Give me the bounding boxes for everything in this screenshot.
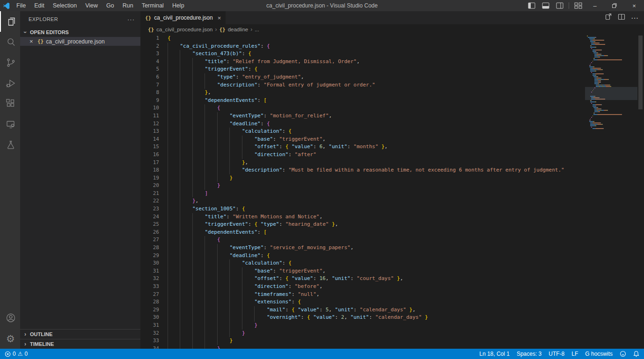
code-line[interactable]: 5"triggerEvent": { (140, 65, 583, 73)
code-line[interactable]: 29"mail": { "value": 5, "unit": "calenda… (140, 306, 583, 314)
code-line[interactable]: 12"deadline": { (140, 120, 583, 128)
search-icon[interactable] (0, 32, 20, 52)
line-number: 16 (140, 151, 159, 159)
code-line[interactable]: 26"dependentEvents": [ (140, 229, 583, 237)
layout-sidebar-right-icon[interactable] (553, 0, 567, 11)
breadcrumb-item[interactable]: ... (255, 27, 259, 32)
code-line[interactable]: 32} (140, 330, 583, 337)
code-line[interactable]: 17}, (140, 159, 583, 167)
bell-icon[interactable] (633, 351, 639, 357)
code-line[interactable]: 33"direction": "before", (140, 283, 583, 291)
scrollbar-thumb[interactable] (638, 36, 643, 109)
account-icon[interactable] (0, 308, 20, 328)
eol-indicator[interactable]: LF (571, 351, 578, 357)
code-line[interactable]: 15"offset": { "value": 6, "unit": "month… (140, 143, 583, 151)
menu-help[interactable]: Help (168, 0, 189, 11)
menu-edit[interactable]: Edit (30, 0, 49, 11)
feedback-icon[interactable] (620, 351, 626, 357)
run-debug-icon[interactable] (0, 73, 20, 93)
open-changes-icon[interactable] (605, 13, 612, 22)
menu-file[interactable]: File (12, 0, 30, 11)
indentation-indicator[interactable]: Spaces: 3 (517, 351, 542, 357)
explorer-icon[interactable] (0, 11, 20, 32)
minimize-button[interactable]: – (585, 0, 605, 11)
code-line[interactable]: 13"calculation": { (140, 128, 583, 136)
layout-sidebar-left-icon[interactable] (525, 0, 539, 11)
breadcrumb-item[interactable]: ca_civil_procedure.json (156, 27, 212, 32)
language-indicator[interactable]: G hocswits (585, 351, 613, 357)
settings-gear-icon[interactable]: ⚙ (0, 328, 20, 349)
timeline-section[interactable]: › TIMELINE (20, 339, 140, 349)
explorer-more-actions-icon[interactable]: ··· (127, 16, 135, 23)
line-number: 9 (140, 97, 159, 105)
code-line[interactable]: 18"description": "Must be filed within a… (140, 166, 583, 174)
testing-icon[interactable] (0, 135, 20, 155)
code-line[interactable]: 11"eventType": "motion_for_relief", (140, 112, 583, 120)
code-line[interactable]: 22}, (140, 197, 583, 205)
code-line[interactable]: 24"title": "Written Motions and Notice", (140, 213, 583, 221)
errors-count: 0 (13, 351, 16, 357)
source-control-icon[interactable] (0, 52, 20, 73)
code-line[interactable]: 2"ca_civil_procedure_rules": { (140, 43, 583, 50)
code-line[interactable]: 8}, (140, 89, 583, 97)
code-line[interactable]: 29"deadline": { (140, 252, 583, 260)
close-window-button[interactable]: × (624, 0, 644, 11)
code-line[interactable]: 19} (140, 174, 583, 182)
minimap-slider[interactable] (585, 87, 637, 100)
menu-run[interactable]: Run (118, 0, 138, 11)
tab-close-icon[interactable]: × (218, 14, 221, 22)
menu-view[interactable]: View (81, 0, 102, 11)
code-line[interactable]: 21] (140, 190, 583, 198)
minimap[interactable] (587, 36, 637, 129)
breadcrumb-item[interactable]: deadline (228, 27, 248, 32)
code-line[interactable]: 32"offset": { "value": 16, "unit": "cour… (140, 275, 583, 283)
more-actions-icon[interactable]: ⋯ (631, 14, 638, 22)
code-line[interactable]: 7"description": "Formal entry of judgmen… (140, 81, 583, 89)
problems-indicator[interactable]: 0 ⚠ 0 (5, 351, 28, 357)
extensions-icon[interactable] (0, 93, 20, 114)
code-line[interactable]: 30"calculation": { (140, 259, 583, 267)
tab-ca-civil-procedure-json[interactable]: {} ca_civil_procedure.json × (140, 11, 226, 24)
split-editor-icon[interactable] (618, 13, 625, 22)
code-line[interactable]: 20} (140, 182, 583, 190)
menu-selection[interactable]: Selection (49, 0, 81, 11)
code-line[interactable]: 1{ (140, 35, 583, 43)
code-line[interactable]: 31"base": "triggerEvent", (140, 267, 583, 275)
layout-panel-icon[interactable] (539, 0, 553, 11)
code-line[interactable]: 31} (140, 322, 583, 330)
code-line[interactable]: 4"title": "Relief from Judgment, Dismiss… (140, 58, 583, 66)
remote-explorer-icon[interactable] (0, 114, 20, 135)
code-line[interactable]: 9"dependentEvents": [ (140, 97, 583, 105)
close-editor-icon[interactable]: × (29, 38, 35, 45)
code-line[interactable]: 34} (140, 345, 583, 349)
tab-label: ca_civil_procedure.json (154, 14, 212, 21)
encoding-indicator[interactable]: UTF-8 (549, 351, 564, 357)
code-line[interactable]: 16"direction": "after" (140, 151, 583, 159)
code-line[interactable]: 27{ (140, 236, 583, 244)
line-number: 30 (140, 314, 159, 322)
code-editor[interactable]: 1{2"ca_civil_procedure_rules": {3"sectio… (140, 35, 644, 349)
code-line[interactable]: 14"base": "triggerEvent", (140, 136, 583, 144)
open-editor-item[interactable]: × {} ca_civil_procedure.json (20, 37, 140, 46)
code-line[interactable]: 25"triggerEvent": { "type": "hearing_dat… (140, 221, 583, 229)
line-number: 30 (140, 259, 159, 267)
code-line[interactable]: 27"timeframes": "null", (140, 291, 583, 299)
code-line[interactable]: 10{ (140, 104, 583, 112)
restore-button[interactable] (605, 0, 624, 11)
line-number: 11 (140, 112, 159, 120)
code-line[interactable]: 30"overnight": { "value": 2, "unit": "ca… (140, 314, 583, 322)
customize-layout-icon[interactable] (571, 0, 585, 11)
code-line[interactable]: 6"type": "entry_of_judgment", (140, 73, 583, 81)
code-line[interactable]: 23"section_1005": { (140, 205, 583, 213)
code-line[interactable]: 3"section_473(b)": { (140, 50, 583, 58)
menu-go[interactable]: Go (102, 0, 118, 11)
code-line[interactable]: 33} (140, 337, 583, 345)
code-line[interactable]: 28"extensions": { (140, 298, 583, 306)
cursor-position[interactable]: Ln 18, Col 1 (479, 351, 510, 357)
line-number: 32 (140, 275, 159, 283)
vertical-scrollbar[interactable] (637, 35, 644, 349)
outline-section[interactable]: › OUTLINE (20, 329, 140, 339)
code-line[interactable]: 28"eventType": "service_of_moving_papers… (140, 244, 583, 252)
open-editors-section[interactable]: › OPEN EDITORS (20, 27, 140, 37)
menu-terminal[interactable]: Terminal (138, 0, 168, 11)
